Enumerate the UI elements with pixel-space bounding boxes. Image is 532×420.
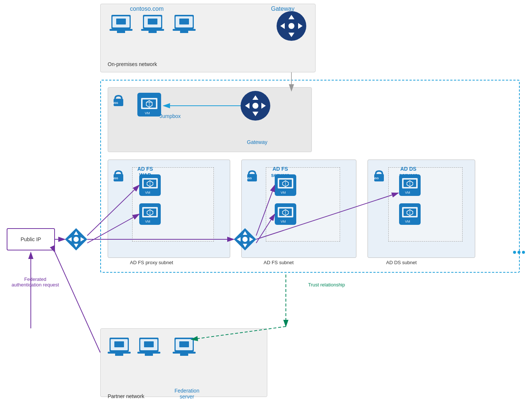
public-ip-box: Public IP <box>7 228 55 250</box>
diagram-container: contoso.com Gateway On-premises network … <box>0 0 532 420</box>
adds-subnet-zone <box>368 160 475 258</box>
partner-label: Partner network <box>108 393 144 399</box>
gateway-mgmt-label: Gateway <box>247 139 267 145</box>
svg-marker-85 <box>74 231 78 235</box>
mgmt-subnet-zone <box>108 87 312 152</box>
svg-line-126 <box>55 252 100 352</box>
adds-servers-title: AD DSservers <box>399 166 418 178</box>
adfs-proxy-inner <box>132 167 214 242</box>
adfs-wap-title: AD FSWAP <box>137 166 153 178</box>
adfs-label: AD FS subnet <box>264 260 294 265</box>
adds-inner <box>388 167 463 242</box>
public-ip-label: Public IP <box>20 236 41 242</box>
partner-network-zone <box>100 328 267 397</box>
adds-label: AD DS subnet <box>386 260 417 265</box>
adfs-proxy-label: AD FS proxy subnet <box>130 260 173 265</box>
federation-server-label: Federationserver <box>174 388 199 400</box>
svg-point-124 <box>522 251 525 254</box>
contoso-label: contoso.com <box>130 6 164 12</box>
on-premises-label: On-premises network <box>108 61 157 67</box>
jumpbox-label: Jumpbox <box>160 113 181 119</box>
trust-label: Trust relationship <box>308 282 345 288</box>
adfs-proxy-subnet-zone <box>108 160 230 258</box>
svg-point-89 <box>74 237 79 242</box>
router-main <box>65 228 87 250</box>
svg-marker-86 <box>74 244 78 247</box>
adfs-inner <box>266 167 340 242</box>
federated-auth-label: Federated authentication request <box>11 276 59 288</box>
gateway-top-label: Gateway <box>271 6 294 12</box>
svg-marker-87 <box>68 237 72 242</box>
svg-marker-84 <box>65 228 87 250</box>
adfs-servers-title: AD FSservers <box>271 166 290 178</box>
svg-marker-88 <box>81 237 84 242</box>
adfs-subnet-zone <box>241 160 356 258</box>
